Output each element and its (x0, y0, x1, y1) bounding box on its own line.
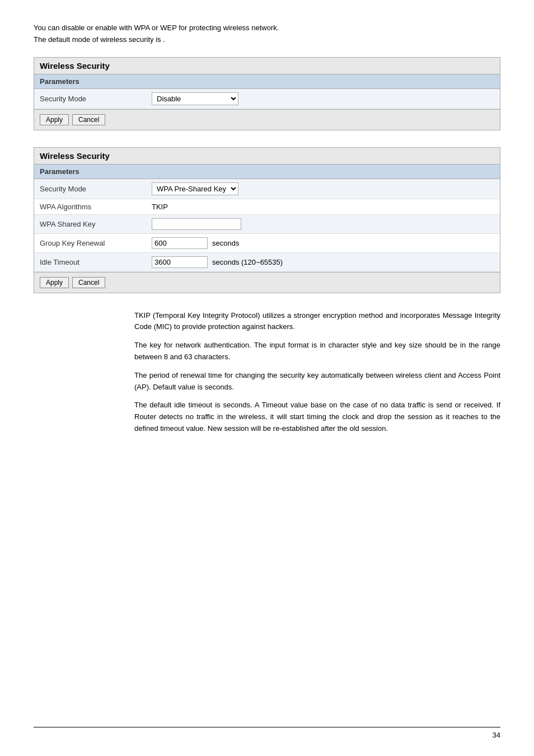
wireless-security-box-2: Wireless Security Parameters Security Mo… (34, 147, 500, 293)
cancel-button-2[interactable]: Cancel (72, 277, 105, 288)
apply-button-2[interactable]: Apply (40, 277, 69, 288)
desc-content-idle-timeout: The default idle timeout is seconds. A T… (134, 400, 500, 434)
desc-label-shared-key (34, 340, 134, 363)
page-footer: 34 (34, 727, 500, 739)
wpa-algorithms-row: WPA Algorithms TKIP (34, 199, 500, 215)
desc-content-tkip: TKIP (Temporal Key Integrity Protocol) u… (134, 310, 500, 334)
desc-label-tkip (34, 310, 134, 334)
ws-buttons-1: Apply Cancel (34, 109, 500, 130)
security-mode-row-2: Security Mode Disable WEP WPA Pre-Shared… (34, 179, 500, 199)
wpa-algorithms-text: TKIP (152, 203, 168, 211)
ws-title-1: Wireless Security (34, 58, 500, 74)
security-mode-label-2: Security Mode (40, 185, 152, 193)
idle-timeout-label: Idle Timeout (40, 258, 152, 266)
desc-para-idle-timeout: The default idle timeout is seconds. A T… (34, 400, 500, 434)
description-section: TKIP (Temporal Key Integrity Protocol) u… (34, 310, 500, 435)
security-mode-row-1: Security Mode Disable WEP WPA Pre-Shared… (34, 89, 500, 109)
idle-timeout-input[interactable] (152, 256, 208, 268)
idle-timeout-unit: seconds (120~65535) (212, 258, 283, 266)
desc-para-tkip: TKIP (Temporal Key Integrity Protocol) u… (34, 310, 500, 334)
ws-params-header-1: Parameters (34, 74, 500, 89)
group-key-renewal-label: Group Key Renewal (40, 239, 152, 247)
idle-timeout-value: seconds (120~65535) (152, 256, 283, 268)
desc-label-idle-timeout (34, 400, 134, 434)
ws-title-2: Wireless Security (34, 148, 500, 165)
ws-params-header-2: Parameters (34, 165, 500, 179)
cancel-button-1[interactable]: Cancel (72, 114, 105, 125)
ws-buttons-2: Apply Cancel (34, 272, 500, 293)
page-number: 34 (493, 731, 500, 739)
wpa-shared-key-input[interactable] (152, 218, 241, 230)
group-key-renewal-unit: seconds (212, 239, 239, 247)
security-mode-select-1[interactable]: Disable WEP WPA Pre-Shared Key (152, 92, 238, 105)
security-mode-select-2[interactable]: Disable WEP WPA Pre-Shared Key (152, 182, 238, 195)
intro-line2: The default mode of wireless security is… (34, 34, 500, 46)
security-mode-value-1: Disable WEP WPA Pre-Shared Key (152, 92, 238, 105)
security-mode-value-2: Disable WEP WPA Pre-Shared Key (152, 182, 238, 195)
desc-content-group-key: The period of renewal time for changing … (134, 370, 500, 393)
wireless-security-box-1: Wireless Security Parameters Security Mo… (34, 57, 500, 130)
group-key-renewal-row: Group Key Renewal seconds (34, 234, 500, 253)
wpa-algorithms-value: TKIP (152, 203, 168, 211)
idle-timeout-row: Idle Timeout seconds (120~65535) (34, 253, 500, 272)
desc-para-group-key: The period of renewal time for changing … (34, 370, 500, 393)
wpa-shared-key-label: WPA Shared Key (40, 220, 152, 228)
group-key-renewal-value: seconds (152, 237, 239, 249)
wpa-shared-key-row: WPA Shared Key (34, 215, 500, 234)
desc-para-shared-key: The key for network authentication. The … (34, 340, 500, 363)
group-key-renewal-input[interactable] (152, 237, 208, 249)
wpa-algorithms-label: WPA Algorithms (40, 203, 152, 211)
apply-button-1[interactable]: Apply (40, 114, 69, 125)
intro-text: You can disable or enable with WPA or WE… (34, 22, 500, 46)
security-mode-label-1: Security Mode (40, 95, 152, 103)
desc-content-shared-key: The key for network authentication. The … (134, 340, 500, 363)
intro-line1: You can disable or enable with WPA or WE… (34, 22, 500, 34)
wpa-shared-key-value (152, 218, 241, 230)
desc-label-group-key (34, 370, 134, 393)
